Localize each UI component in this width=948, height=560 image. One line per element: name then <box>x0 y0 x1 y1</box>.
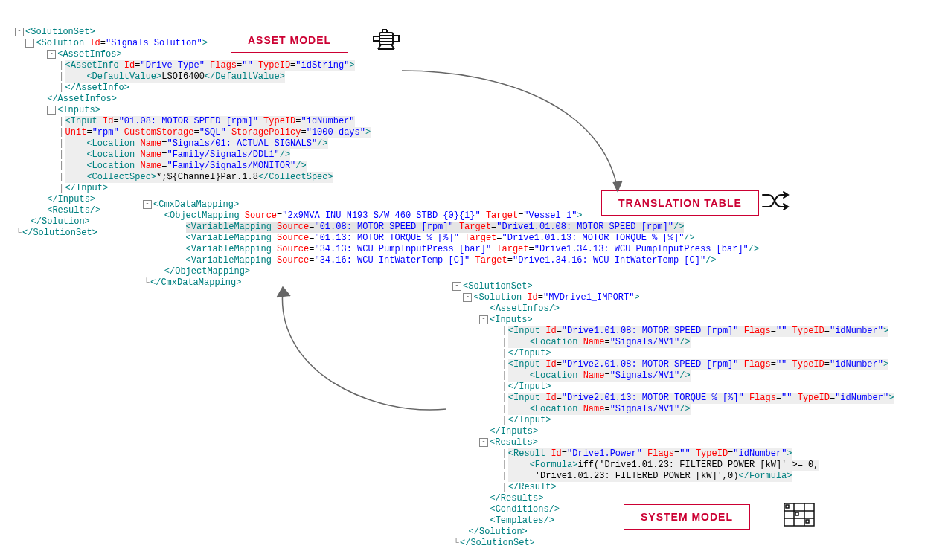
shuffle-icon <box>761 190 791 211</box>
collapse-icon[interactable]: - <box>47 50 56 59</box>
collapse-icon[interactable]: - <box>479 315 488 324</box>
svg-rect-4 <box>374 36 379 41</box>
collapse-icon[interactable]: - <box>143 200 152 209</box>
collapse-icon[interactable]: - <box>463 293 472 302</box>
collapse-icon[interactable]: - <box>479 438 488 447</box>
collapse-icon[interactable]: - <box>47 106 56 115</box>
arrow-bottom-to-mid <box>260 275 461 424</box>
translation-xml: -<CmxDataMapping> <ObjectMapping Source=… <box>143 199 759 289</box>
system-model-xml: -<SolutionSet> -<Solution Id="MVDrive1_I… <box>452 281 894 549</box>
svg-rect-5 <box>393 36 399 42</box>
motor-icon <box>372 28 402 51</box>
collapse-icon[interactable]: - <box>15 28 24 36</box>
collapse-icon[interactable]: - <box>25 39 34 48</box>
collapse-icon[interactable]: - <box>452 282 461 291</box>
arrow-top-to-right <box>387 63 632 205</box>
